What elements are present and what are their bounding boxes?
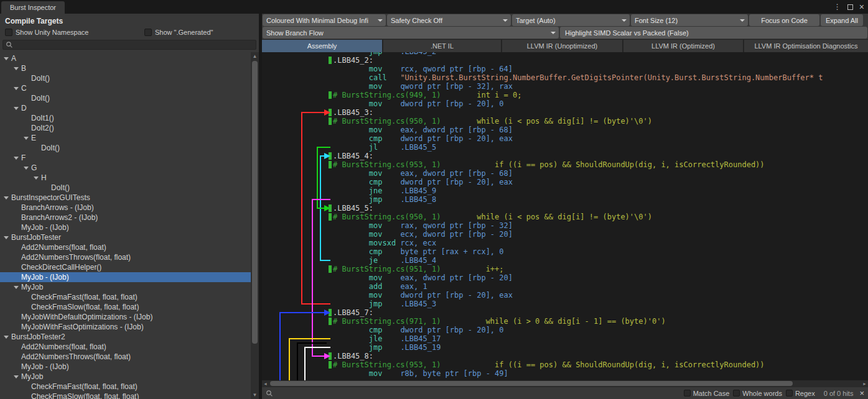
show-unity-namespace-checkbox[interactable] bbox=[5, 29, 12, 36]
safety-check-dropdown-label: Safety Check Off bbox=[391, 17, 442, 24]
tree-item-myjob-ijob[interactable]: MyJob - (IJob) bbox=[0, 222, 251, 232]
foldout-arrow-icon[interactable] bbox=[34, 177, 39, 180]
code-horizontal-scrollbar[interactable]: ◄ ► bbox=[262, 380, 868, 387]
foldout-arrow-icon[interactable] bbox=[14, 375, 19, 378]
tree-item-myjob[interactable]: MyJob bbox=[0, 372, 251, 382]
foldout-arrow-icon[interactable] bbox=[4, 57, 9, 60]
code-line: cmp dword ptr [rbp - 20], 0 bbox=[262, 326, 868, 334]
tree-item-label: H bbox=[41, 173, 47, 182]
tree-item-checkfmaslow-float-float-float[interactable]: CheckFmaSlow(float, float, float) bbox=[0, 302, 251, 312]
tree-scrollbar[interactable]: ▲ ▼ bbox=[251, 52, 259, 399]
font-size-dropdown[interactable]: Font Size (12) bbox=[631, 14, 748, 26]
code-line: call "Unity.Burst.BurstString.NumberBuff… bbox=[262, 73, 868, 82]
tree-item-label: F bbox=[21, 154, 26, 162]
tree-item-checkfmafast-float-float-float[interactable]: CheckFmaFast(float, float, float) bbox=[0, 292, 251, 302]
tree-item-checkdirectcallhelper[interactable]: CheckDirectCallHelper() bbox=[0, 262, 251, 272]
tree-item-d[interactable]: D bbox=[0, 103, 251, 113]
tree-item-myjobwithfastoptimizations-ijob[interactable]: MyJobWithFastOptimizations - (IJob) bbox=[0, 322, 251, 332]
find-input[interactable] bbox=[277, 388, 680, 398]
tree-item-label: MyJob - (IJob) bbox=[21, 273, 69, 282]
foldout-arrow-icon[interactable] bbox=[24, 137, 29, 140]
tab-llvm-ir-unoptimized[interactable]: LLVM IR (Unoptimized) bbox=[502, 40, 622, 52]
tree-item-h[interactable]: H bbox=[0, 173, 251, 183]
tree-item-b[interactable]: B bbox=[0, 63, 251, 73]
tree-item-doit[interactable]: DoIt() bbox=[0, 73, 251, 83]
assembly-code-view[interactable]: jmp .LBB45_2.LBB45_2: mov rcx, qword ptr… bbox=[262, 52, 868, 380]
tree-item-doit[interactable]: DoIt() bbox=[0, 93, 251, 103]
show-generated-checkbox[interactable] bbox=[144, 29, 152, 36]
foldout-arrow-icon[interactable] bbox=[4, 236, 9, 239]
tree-item-add2numbers-float-float[interactable]: Add2Numbers(float, float) bbox=[0, 242, 251, 252]
tree-item-burstinspectorguitests[interactable]: BurstInspectorGUITests bbox=[0, 193, 251, 203]
foldout-arrow-icon[interactable] bbox=[14, 67, 19, 70]
scroll-left-icon[interactable]: ◄ bbox=[262, 380, 269, 387]
tree-item-brancharrows2-ijob[interactable]: BranchArrows2 - (IJob) bbox=[0, 213, 251, 222]
window-tab-burst-inspector[interactable]: Burst Inspector bbox=[1, 1, 65, 14]
tab-assembly[interactable]: Assembly bbox=[262, 40, 382, 52]
code-line: # BurstString.cs(971, 1) while (i > 0 &&… bbox=[262, 317, 868, 326]
tree-scrollbar-thumb[interactable] bbox=[252, 61, 258, 344]
foldout-arrow-icon[interactable] bbox=[24, 167, 29, 170]
show-unity-namespace-group: Show Unity Namespace bbox=[5, 29, 144, 36]
tree-item-c[interactable]: C bbox=[0, 83, 251, 93]
foldout-arrow-icon[interactable] bbox=[4, 336, 9, 339]
tree-item-checkfmaslow-float-float-float[interactable]: CheckFmaSlow(float, float, float) bbox=[0, 392, 251, 399]
targets-search-input[interactable] bbox=[2, 40, 256, 50]
foldout-arrow-icon[interactable] bbox=[14, 157, 19, 160]
tree-item-myjobwithdefaultoptimizations-ijob[interactable]: MyJobWithDefaultOptimizations - (IJob) bbox=[0, 312, 251, 322]
code-line: .LBB45_5: bbox=[262, 204, 868, 213]
block-marker bbox=[329, 91, 332, 99]
tree-item-myjob-ijob[interactable]: MyJob - (IJob) bbox=[0, 272, 251, 282]
expand-all-button[interactable]: Expand All bbox=[821, 14, 863, 26]
tab-llvm-ir-optimisation-diagnostics[interactable]: LLVM IR Optimisation Diagnostics bbox=[744, 40, 868, 52]
foldout-arrow-icon[interactable] bbox=[14, 286, 19, 289]
close-icon[interactable]: × bbox=[859, 2, 864, 11]
tab-llvm-ir-optimized[interactable]: LLVM IR (Optimized) bbox=[623, 40, 743, 52]
menu-dots-icon[interactable]: ⋮ bbox=[834, 3, 841, 11]
tree-item-label: DoIt2() bbox=[31, 124, 54, 132]
foldout-arrow-icon[interactable] bbox=[4, 196, 9, 200]
tree-item-brancharrows-ijob[interactable]: BranchArrows - (IJob) bbox=[0, 203, 251, 213]
simd-highlight-toggle[interactable]: Highlight SIMD Scalar vs Packed (False) bbox=[560, 27, 867, 39]
match-case-checkbox[interactable] bbox=[684, 390, 691, 397]
tree-item-add2numbers-float-float[interactable]: Add2Numbers(float, float) bbox=[0, 342, 251, 352]
tree-item-a[interactable]: A bbox=[0, 53, 251, 63]
h-scrollbar-thumb[interactable] bbox=[270, 381, 793, 386]
block-marker bbox=[329, 109, 332, 116]
regex-checkbox[interactable] bbox=[786, 390, 793, 397]
code-line: .LBB45_3: bbox=[262, 108, 868, 117]
tree-item-doit2[interactable]: DoIt2() bbox=[0, 123, 251, 133]
tree-item-burstjobtester2[interactable]: BurstJobTester2 bbox=[0, 332, 251, 342]
tree-item-burstjobtester[interactable]: BurstJobTester bbox=[0, 232, 251, 242]
tree-item-doit[interactable]: DoIt() bbox=[0, 183, 251, 193]
target-dropdown[interactable]: Target (Auto) bbox=[512, 14, 630, 26]
tree-item-add2numbersthrows-float-float[interactable]: Add2NumbersThrows(float, float) bbox=[0, 252, 251, 262]
scroll-up-icon[interactable]: ▲ bbox=[251, 52, 259, 60]
maximize-icon[interactable] bbox=[847, 4, 853, 10]
tree-item-myjob[interactable]: MyJob bbox=[0, 282, 251, 292]
tree-item-g[interactable]: G bbox=[0, 163, 251, 173]
safety-check-dropdown[interactable]: Safety Check Off bbox=[387, 14, 511, 26]
foldout-arrow-icon[interactable] bbox=[14, 107, 19, 110]
debug-info-dropdown[interactable]: Coloured With Minimal Debug Infi bbox=[263, 14, 386, 26]
tab-net-il[interactable]: .NET IL bbox=[383, 40, 501, 52]
whole-words-checkbox[interactable] bbox=[733, 390, 740, 397]
tree-item-e[interactable]: E bbox=[0, 133, 251, 143]
scroll-down-icon[interactable]: ▼ bbox=[251, 391, 259, 399]
tree-item-add2numbersthrows-float-float[interactable]: Add2NumbersThrows(float, float) bbox=[0, 352, 251, 362]
branch-flow-dropdown[interactable]: Show Branch Flow bbox=[263, 27, 559, 39]
tree-item-checkfmafast-float-float-float[interactable]: CheckFmaFast(float, float, float) bbox=[0, 382, 251, 392]
tree-item-myjob-ijob[interactable]: MyJob - (IJob) bbox=[0, 362, 251, 372]
h-scrollbar-track[interactable] bbox=[269, 380, 861, 387]
tree-item-doit1[interactable]: DoIt1() bbox=[0, 113, 251, 123]
scroll-right-icon[interactable]: ► bbox=[861, 380, 868, 387]
code-line: cmp dword ptr [rbp - 20], eax bbox=[262, 134, 868, 143]
foldout-arrow-icon[interactable] bbox=[14, 87, 19, 90]
show-generated-label: Show ".Generated" bbox=[155, 29, 213, 36]
search-icon bbox=[6, 41, 13, 48]
tree-item-f[interactable]: F bbox=[0, 153, 251, 163]
find-close-icon[interactable]: × bbox=[859, 388, 864, 398]
tree-item-label: DoIt() bbox=[41, 144, 60, 152]
tree-item-doit[interactable]: DoIt() bbox=[0, 143, 251, 153]
focus-on-code-button[interactable]: Focus on Code bbox=[749, 14, 819, 26]
